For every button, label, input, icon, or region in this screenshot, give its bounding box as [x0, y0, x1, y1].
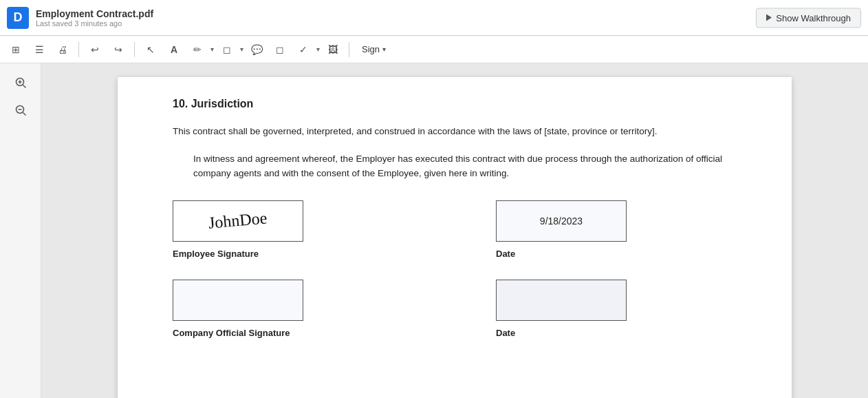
image-button[interactable]: 🖼	[323, 40, 343, 59]
zoom-in-icon	[14, 76, 27, 89]
app-logo: D	[7, 7, 29, 29]
show-walkthrough-button[interactable]: Show Walkthrough	[756, 8, 861, 28]
check-button[interactable]: ✓	[293, 40, 314, 59]
zoom-out-button[interactable]	[8, 98, 33, 123]
zoom-out-icon	[14, 104, 27, 116]
employee-date-value: 9/18/2023	[540, 216, 583, 227]
highlight-button[interactable]: ◻	[217, 40, 237, 59]
left-sidebar	[0, 63, 41, 398]
employee-sig-group: JohnDoe Employee Signature	[173, 200, 303, 259]
pdf-area: 10. Jurisdiction This contract shall be …	[41, 63, 868, 398]
svg-line-5	[23, 113, 25, 116]
text-button[interactable]: A	[164, 40, 184, 59]
toolbar: ⊞ ☰ 🖨 ↩ ↪ ↖ A ✏ ▾ ◻ ▾ 💬 ◻ ✓ ▾ 🖼 Sign ▾	[0, 36, 868, 63]
employee-signature-value: JohnDoe	[208, 209, 268, 233]
employee-signature-box[interactable]: JohnDoe	[173, 200, 303, 242]
print-button[interactable]: 🖨	[52, 40, 73, 59]
company-signature-row: Company Official Signature Date	[173, 280, 737, 338]
jurisdiction-body-text: This contract shall be governed, interpr…	[173, 124, 737, 139]
company-signature-label: Company Official Signature	[173, 328, 303, 338]
toolbar-divider-2	[134, 42, 135, 57]
highlight-dropdown-arrow[interactable]: ▾	[240, 45, 243, 53]
employee-date-group: 9/18/2023 Date	[496, 200, 627, 259]
redo-button[interactable]: ↪	[108, 40, 129, 59]
svg-line-1	[23, 85, 25, 88]
zoom-in-button[interactable]	[8, 70, 33, 95]
file-subtitle: Last saved 3 minutes ago	[36, 19, 153, 28]
sign-label: Sign	[362, 44, 380, 54]
main-layout: 10. Jurisdiction This contract shall be …	[0, 63, 868, 398]
top-bar: D Employment Contract.pdf Last saved 3 m…	[0, 0, 868, 36]
employee-signature-row: JohnDoe Employee Signature 9/18/2023 Dat…	[173, 200, 737, 259]
sign-button[interactable]: Sign ▾	[355, 41, 393, 57]
section-title: 10. Jurisdiction	[173, 98, 737, 110]
file-title: Employment Contract.pdf	[36, 8, 153, 19]
employee-date-label: Date	[496, 249, 627, 259]
grid-view-button[interactable]: ⊞	[6, 40, 26, 59]
employee-date-box[interactable]: 9/18/2023	[496, 200, 627, 242]
toolbar-divider-3	[349, 42, 349, 57]
company-date-group: Date	[496, 280, 627, 338]
company-date-label: Date	[496, 328, 627, 338]
undo-button[interactable]: ↩	[85, 40, 105, 59]
eraser-button[interactable]: ◻	[270, 40, 290, 59]
company-sig-group: Company Official Signature	[173, 280, 303, 338]
employee-signature-label: Employee Signature	[173, 249, 303, 259]
toolbar-divider-1	[78, 42, 79, 57]
pen-dropdown-arrow[interactable]: ▾	[210, 45, 214, 53]
walkthrough-label: Show Walkthrough	[776, 12, 851, 23]
company-signature-box[interactable]	[173, 280, 303, 321]
sign-dropdown-arrow: ▾	[382, 45, 386, 53]
cursor-button[interactable]: ↖	[140, 40, 161, 59]
check-dropdown-arrow[interactable]: ▾	[316, 45, 320, 53]
comment-button[interactable]: 💬	[246, 40, 267, 59]
witness-text: In witness and agreement whereof, the Em…	[193, 151, 737, 181]
file-info: Employment Contract.pdf Last saved 3 min…	[36, 8, 153, 28]
pdf-page: 10. Jurisdiction This contract shall be …	[118, 77, 792, 398]
list-view-button[interactable]: ☰	[29, 40, 50, 59]
pen-button[interactable]: ✏	[187, 40, 208, 59]
play-icon	[766, 14, 772, 21]
company-date-box[interactable]	[496, 280, 627, 321]
